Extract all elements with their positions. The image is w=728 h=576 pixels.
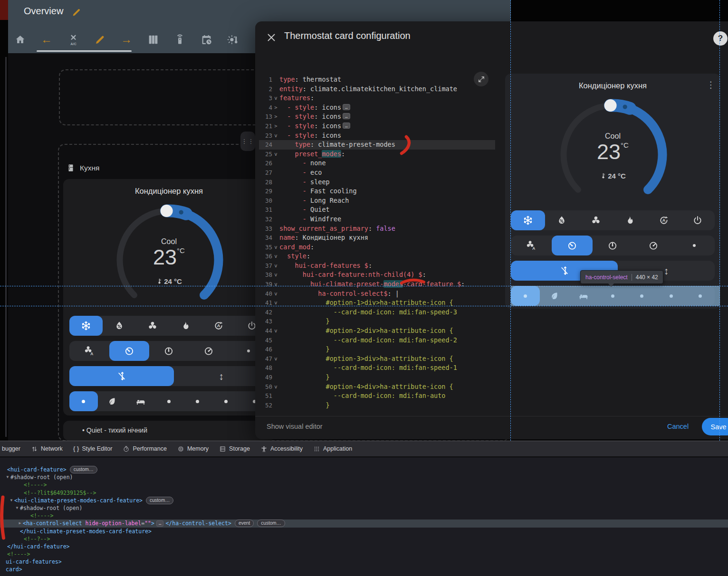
tab-remote[interactable] bbox=[171, 31, 188, 47]
help-icon[interactable]: ? bbox=[713, 31, 728, 46]
devtools-tab-bugger[interactable]: bugger bbox=[2, 445, 20, 452]
hvac-modes-button-snowflake[interactable] bbox=[69, 316, 103, 336]
code-line-46[interactable]: 46 } bbox=[259, 345, 495, 354]
dom-tree-row[interactable]: <!--?lit$649239125$--> bbox=[0, 489, 728, 497]
code-line-33[interactable]: 33show_current_as_primary: false bbox=[259, 224, 495, 234]
fold-marker[interactable]: v bbox=[272, 261, 279, 271]
code-line-25[interactable]: 25v preset_modes: bbox=[259, 150, 495, 159]
code-line-51[interactable]: 51 --card-mod-icon: mdi:fan-auto bbox=[259, 391, 495, 401]
devtools-inspector-tree[interactable]: <hui-card-feature>custom…▼#shadow-root (… bbox=[0, 457, 728, 576]
dom-tree-row[interactable]: <!----> bbox=[0, 550, 728, 558]
devtools-tab-storage[interactable]: Storage bbox=[219, 445, 250, 453]
fold-marker[interactable]: > bbox=[272, 103, 279, 113]
code-line-40[interactable]: 40v ha-control-select$: | bbox=[259, 289, 495, 299]
tree-expander-icon[interactable]: ▶ bbox=[17, 519, 23, 527]
expand-editor-icon[interactable] bbox=[474, 72, 489, 86]
tab-calclock[interactable] bbox=[198, 31, 215, 47]
fan-modes-button-gaugeM[interactable] bbox=[149, 341, 189, 361]
code-line-49[interactable]: 49 } bbox=[259, 373, 495, 382]
fold-marker[interactable]: v bbox=[272, 131, 279, 141]
code-line-4[interactable]: 4> - style: icons… bbox=[259, 103, 495, 113]
code-line-39[interactable]: 39v hui-climate-preset-modes-card-featur… bbox=[259, 280, 495, 289]
code-line-44[interactable]: 44v #option-2>div>ha-attribute-icon { bbox=[259, 326, 495, 336]
fold-marker[interactable]: v bbox=[272, 252, 279, 261]
dom-tree-row[interactable]: ▼#shadow-root (open) bbox=[0, 504, 728, 512]
preset-modes-button-dot[interactable] bbox=[69, 391, 98, 411]
code-line-30[interactable]: 30 - Long Reach bbox=[259, 196, 495, 206]
tab-arrow-right[interactable]: → bbox=[118, 31, 135, 47]
fold-marker[interactable]: > bbox=[272, 122, 279, 131]
yaml-code-editor[interactable]: 1type: thermostat2entity: climate.climat… bbox=[259, 75, 495, 410]
dom-tree-row[interactable]: ▶<ha-control-select hide-option-label=""… bbox=[0, 519, 728, 527]
dom-tree-row[interactable]: card> bbox=[0, 566, 728, 573]
hvac-modes-button-autoA[interactable] bbox=[647, 210, 681, 230]
devtools-tab-accessibility[interactable]: Accessibility bbox=[260, 445, 303, 453]
element-badge[interactable]: custom… bbox=[146, 497, 173, 504]
show-visual-editor-button[interactable]: Show visual editor bbox=[267, 423, 323, 430]
tab-thermosun[interactable] bbox=[224, 31, 241, 47]
devtools-tab-performance[interactable]: Performance bbox=[123, 445, 167, 453]
code-line-38[interactable]: 38v hui-card-feature:nth-child(4) $: bbox=[259, 270, 495, 280]
code-line-31[interactable]: 31 - Quiet bbox=[259, 205, 495, 215]
section-drag-handle[interactable]: ⋮⋮ bbox=[240, 132, 255, 151]
code-line-37[interactable]: 37v hui-card-features $: bbox=[259, 261, 495, 271]
element-badge[interactable]: custom… bbox=[257, 519, 285, 527]
tab-arrow-left[interactable]: ← bbox=[38, 31, 55, 47]
fan-modes-button-gaugeH[interactable] bbox=[633, 236, 674, 255]
tree-expander-icon[interactable]: ▼ bbox=[5, 473, 10, 481]
devtools-tab-style-editor[interactable]: { }Style Editor bbox=[73, 445, 113, 452]
fan-modes-button-gaugeL[interactable] bbox=[109, 341, 149, 361]
hvac-modes-button-humidity[interactable] bbox=[545, 210, 579, 230]
preset-modes-button-dot[interactable] bbox=[155, 391, 183, 411]
code-line-32[interactable]: 32 - Windfree bbox=[259, 215, 495, 224]
fold-marker[interactable]: v bbox=[272, 150, 279, 159]
element-badge[interactable]: custom… bbox=[70, 466, 97, 473]
fold-marker[interactable]: > bbox=[272, 112, 279, 122]
tree-expander-icon[interactable]: ▼ bbox=[9, 497, 14, 504]
preset-modes-button-dot[interactable] bbox=[183, 391, 211, 411]
code-line-23[interactable]: 23v - style: icons bbox=[259, 131, 495, 141]
kebab-menu-icon[interactable]: ⋮ bbox=[706, 79, 716, 90]
dom-tree-row[interactable]: <!----> bbox=[0, 481, 728, 489]
dom-tree-row[interactable]: ▼<hui-climate-preset-modes-card-feature>… bbox=[0, 497, 728, 504]
code-line-2[interactable]: 2entity: climate.climatekitchen_kitchen_… bbox=[259, 85, 495, 94]
hvac-modes-button-autoA[interactable] bbox=[202, 316, 235, 336]
code-line-50[interactable]: 50v #option-4>div>ha-attribute-icon { bbox=[259, 382, 495, 392]
dom-tree-row[interactable]: </hui-card-feature> bbox=[0, 543, 728, 550]
hvac-modes-button-fan[interactable] bbox=[579, 210, 613, 230]
close-icon[interactable] bbox=[266, 32, 277, 43]
fold-marker[interactable]: v bbox=[272, 94, 279, 103]
code-line-35[interactable]: 35vcard_mod: bbox=[259, 243, 495, 252]
element-badge[interactable]: event bbox=[235, 519, 254, 527]
code-line-3[interactable]: 3vfeatures: bbox=[259, 94, 495, 103]
code-line-42[interactable]: 42 --card-mod-icon: mdi:fan-speed-3 bbox=[259, 308, 495, 317]
hvac-modes-button-flame[interactable] bbox=[613, 210, 647, 230]
preset-modes-button-dot[interactable] bbox=[211, 391, 240, 411]
fan-modes-button-dot-small[interactable] bbox=[674, 236, 715, 255]
dom-tree-row[interactable]: <!--?--> bbox=[0, 535, 728, 543]
tab-home[interactable] bbox=[11, 31, 29, 47]
fan-modes-button-gaugeH[interactable] bbox=[189, 341, 229, 361]
thermostat-dial[interactable]: Cool23°C24 °C bbox=[550, 92, 676, 217]
tab-ac[interactable] bbox=[65, 31, 82, 47]
fold-marker[interactable]: v bbox=[272, 382, 279, 392]
fold-marker[interactable]: v bbox=[272, 326, 279, 336]
code-line-1[interactable]: 1type: thermostat bbox=[259, 75, 495, 85]
fold-marker[interactable]: v bbox=[272, 243, 279, 252]
code-line-13[interactable]: 13> - style: icons… bbox=[259, 112, 495, 122]
fold-marker[interactable]: v bbox=[272, 270, 279, 280]
dom-tree-row[interactable]: </hui-climate-preset-modes-card-feature> bbox=[0, 528, 728, 535]
preset-modes-button-leaf[interactable] bbox=[98, 391, 126, 411]
code-line-43[interactable]: 43 } bbox=[259, 317, 495, 326]
hvac-modes-button-flame[interactable] bbox=[169, 316, 202, 336]
code-line-28[interactable]: 28 - sleep bbox=[259, 178, 495, 187]
edit-dashboard-pencil-icon[interactable] bbox=[71, 7, 82, 18]
code-line-45[interactable]: 45 --card-mod-icon: mdi:fan-speed-2 bbox=[259, 336, 495, 345]
code-line-27[interactable]: 27 - eco bbox=[259, 168, 495, 178]
hvac-modes-button-power[interactable] bbox=[681, 210, 715, 230]
thermostat-dial[interactable]: Cool23°C24 °C bbox=[106, 198, 232, 323]
swing-modes-button-updown[interactable]: ↕ bbox=[174, 366, 268, 386]
devtools-tab-network[interactable]: Network bbox=[31, 445, 63, 453]
fold-marker[interactable]: v bbox=[272, 289, 279, 299]
save-button[interactable]: Save bbox=[702, 418, 728, 435]
